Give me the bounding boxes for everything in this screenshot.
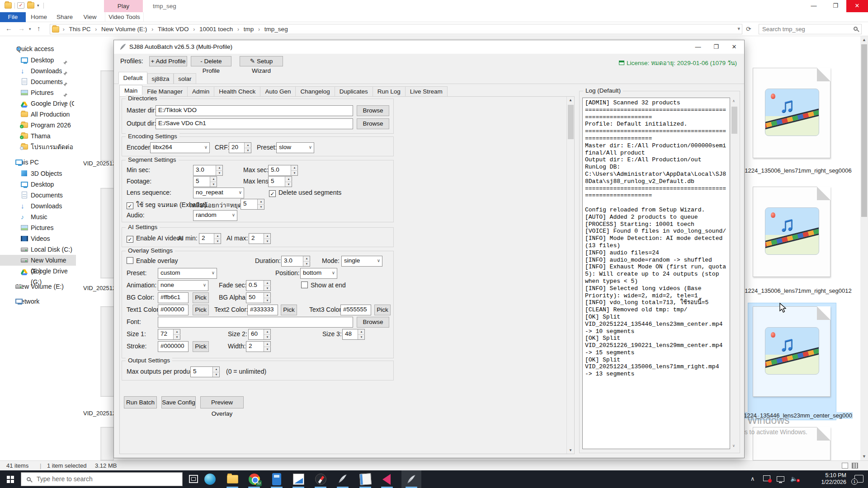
breadcrumb-item[interactable]: tmp_seg <box>262 24 291 34</box>
volume-muted-icon[interactable]: 🔈✕ <box>790 475 797 482</box>
file-thumbnail[interactable]: ♫ <box>753 187 830 277</box>
maximize-button[interactable]: ❐ <box>825 0 846 12</box>
minimize-button[interactable]: — <box>803 0 825 12</box>
spinner-arrows-icon[interactable]: ▲▼ <box>358 329 364 339</box>
media-player-icon[interactable] <box>382 474 391 485</box>
folder-icon[interactable] <box>27 2 34 9</box>
tab-health-check[interactable]: Health Check <box>214 86 260 97</box>
breadcrumb-item[interactable]: New Volume (E:) <box>99 24 150 34</box>
scroll-up-icon[interactable]: ▲ <box>569 98 572 102</box>
tray-app-icon[interactable] <box>763 475 770 481</box>
scrollbar-thumb[interactable] <box>861 44 867 217</box>
breadcrumb-item[interactable]: This PC <box>66 24 94 34</box>
size2-stepper[interactable]: 60▲▼ <box>248 329 271 340</box>
notes-app-icon[interactable] <box>359 473 372 485</box>
sidebar-item-pictures-pc[interactable]: Pictures <box>0 222 76 233</box>
forward-icon[interactable]: → <box>18 24 25 32</box>
form-scrollbar[interactable]: ▲ ▼ <box>566 97 574 454</box>
spinner-arrows-icon[interactable]: ▲▼ <box>303 256 310 266</box>
spinner-arrows-icon[interactable]: ▲▼ <box>285 177 292 187</box>
history-chevron-icon[interactable]: ▾ <box>29 27 31 31</box>
file-name[interactable]: VID_202512 <box>83 410 114 417</box>
refresh-icon[interactable]: ⟳ <box>746 25 751 33</box>
properties-icon[interactable]: ✓ <box>17 2 24 9</box>
file-name[interactable]: 20251224_135006_lens71mm_right_seg0006 <box>731 167 853 174</box>
enable-ai-checkbox[interactable]: ✓Enable AI videos <box>127 234 183 243</box>
max-sec-stepper[interactable]: 5.0▲▼ <box>268 165 298 176</box>
sidebar-section-network[interactable]: Network <box>0 296 76 307</box>
ai-min-stepper[interactable]: 2▲▼ <box>199 233 221 244</box>
bg-alpha-stepper[interactable]: 50▲▼ <box>246 292 271 303</box>
chrome-icon[interactable]: SJ <box>249 474 260 485</box>
text3-color-input[interactable]: #555555 <box>340 305 371 315</box>
max-lens-stepper[interactable]: 5▲▼ <box>268 176 292 187</box>
sidebar-section-new-volume-e[interactable]: New Volume (E:) <box>0 281 76 292</box>
breadcrumb-item[interactable]: Tiktok VDO <box>155 24 192 34</box>
profile-tab-default[interactable]: Default <box>118 72 147 84</box>
bg-color-input[interactable]: #ffb6c1 <box>158 292 189 303</box>
file-thumbnail-partial[interactable] <box>100 306 114 397</box>
enable-overlay-checkbox[interactable]: Enable overlay <box>127 257 178 265</box>
master-dir-browse-button[interactable]: Browse <box>357 105 389 116</box>
notification-center-icon[interactable]: 1 <box>854 475 863 483</box>
task-view-icon[interactable] <box>189 475 198 483</box>
network-status-icon[interactable] <box>777 476 784 482</box>
tab-duplicates[interactable]: Duplicates <box>335 86 373 97</box>
file-name[interactable]: VID_202512 <box>83 160 114 167</box>
file-name[interactable]: 20251224_135006_lens71mm_right_seg0012 <box>731 287 853 294</box>
scrollbar-thumb[interactable] <box>731 107 737 134</box>
spinner-arrows-icon[interactable]: ▲▼ <box>257 199 264 209</box>
stroke-color-input[interactable]: #000000 <box>158 341 189 352</box>
computer-app-icon[interactable] <box>272 473 281 485</box>
log-scrollbar[interactable]: ∧ ∨ <box>731 98 738 449</box>
quill-app-icon[interactable] <box>337 474 349 485</box>
font-input[interactable] <box>158 317 353 328</box>
lens-sequence-select[interactable]: no_repeat∨ <box>193 188 244 198</box>
sidebar-item-pictures[interactable]: Pictures <box>0 87 76 98</box>
delete-profile-button[interactable]: - Delete Profile <box>191 56 231 66</box>
preview-overlay-button[interactable]: Preview Overlay <box>200 396 244 408</box>
ribbon-tab-view[interactable]: View <box>80 12 100 22</box>
spinner-arrows-icon[interactable]: ▲▼ <box>244 143 251 153</box>
duration-stepper[interactable]: 3.0▲▼ <box>281 256 310 267</box>
output-dir-input[interactable]: E:/Save VDo Ch1 <box>156 118 353 129</box>
run-batch-button[interactable]: Run Batch <box>124 396 157 408</box>
tab-live-stream[interactable]: Live Stream <box>405 86 448 97</box>
sidebar-section-quick-access[interactable]: ★ Quick access <box>0 43 76 55</box>
sidebar-item-local-disk-c[interactable]: Local Disk (C:) <box>0 244 76 255</box>
sidebar-item-new-volume-e[interactable]: New Volume (E:) <box>0 255 76 266</box>
size1-stepper[interactable]: 72▲▼ <box>158 329 180 340</box>
file-name[interactable]: VID_202512 <box>83 285 114 291</box>
breadcrumb-item[interactable]: 10001 toech <box>197 24 236 34</box>
explorer-scrollbar[interactable]: ▲ ▼ <box>860 36 868 460</box>
explorer-search-input[interactable]: Search tmp_seg <box>759 24 862 34</box>
address-dropdown-icon[interactable]: ▾ <box>737 26 740 32</box>
spinner-arrows-icon[interactable]: ▲▼ <box>291 165 297 175</box>
tab-admin[interactable]: Admin <box>187 86 214 97</box>
position-select[interactable]: bottom∨ <box>300 268 337 279</box>
active-app-slot[interactable] <box>401 470 421 488</box>
scrollbar-thumb[interactable] <box>568 105 574 139</box>
breadcrumb[interactable]: › This PC › New Volume (E:) › Tiktok VDO… <box>50 24 742 34</box>
delete-used-checkbox[interactable]: ✓Delete used segments <box>269 188 341 197</box>
spinner-arrows-icon[interactable]: ▲▼ <box>264 281 270 291</box>
profile-tab-sj88za[interactable]: sj88za <box>147 73 174 84</box>
crf-stepper[interactable]: 20▲▼ <box>229 142 251 153</box>
scroll-down-icon[interactable]: ▼ <box>860 453 868 460</box>
sidebar-section-this-pc[interactable]: This PC <box>0 157 76 168</box>
edge-icon[interactable] <box>204 474 216 485</box>
scroll-up-icon[interactable]: ▲ <box>860 36 868 44</box>
file-thumbnail-partial[interactable] <box>100 70 114 161</box>
sidebar-item-3d-objects[interactable]: 3D Objects <box>0 168 76 179</box>
folder-icon[interactable] <box>5 2 12 9</box>
sidebar-item-music[interactable]: ♪Music <box>0 211 76 222</box>
file-thumbnail[interactable]: ♫ <box>753 68 830 158</box>
dialog-close-button[interactable]: ✕ <box>725 41 743 53</box>
ribbon-tab-share[interactable]: Share <box>53 12 76 22</box>
file-explorer-icon[interactable] <box>227 475 238 483</box>
tab-run-log[interactable]: Run Log <box>373 86 406 97</box>
sidebar-item-google-drive-pc[interactable]: Google Drive (G:) <box>0 266 76 277</box>
dialog-titlebar[interactable]: SJ88 AutoBatch v26.5.3 (Multi-Profile) —… <box>114 40 744 54</box>
text3-pick-button[interactable]: Pick <box>374 305 391 315</box>
up-icon[interactable]: ↑ <box>37 24 41 32</box>
